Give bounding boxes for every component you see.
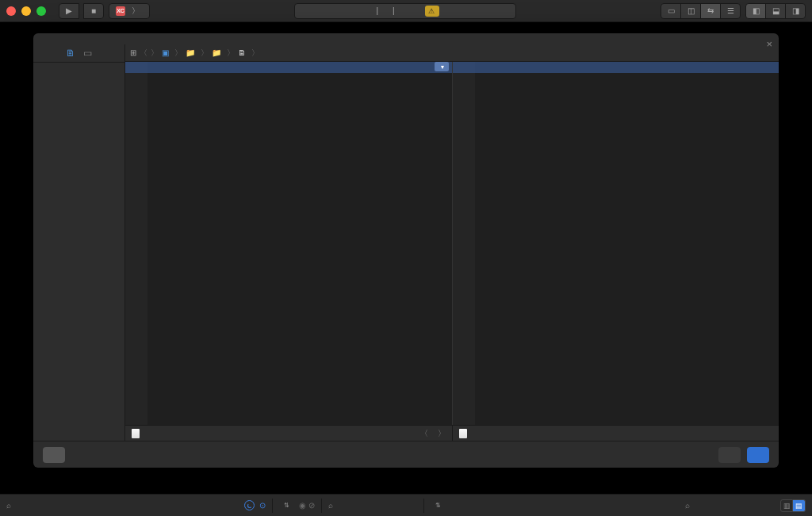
minimize-window-icon[interactable] <box>21 6 31 16</box>
scheme-selector[interactable]: XC 〉 <box>109 3 150 19</box>
left-footer: 〈 〉 <box>125 426 452 441</box>
close-icon[interactable]: × <box>766 38 772 50</box>
save-button[interactable] <box>747 447 769 463</box>
variables-pane-toggle[interactable]: ▥ <box>780 499 793 512</box>
editor-mode-segment: ▭ ◫ ⇆ ☰ <box>661 3 741 19</box>
activity-view: | | ⚠ <box>155 3 656 19</box>
console-pane-toggle-on[interactable]: ▤ <box>793 499 806 512</box>
diff-area: ⊞ 〈 〉 ▣ 〉 📁 〉 📁 〉 🗎 〉 ▼ <box>125 44 779 441</box>
toggle-navigator-button[interactable]: ◧ <box>745 3 766 19</box>
cancel-button[interactable] <box>43 447 65 463</box>
chevron-right-icon: 〉 <box>132 6 140 17</box>
next-diff-icon[interactable]: 〉 <box>438 428 446 439</box>
status-pill[interactable]: | | ⚠ <box>294 3 516 19</box>
previous-button[interactable] <box>718 447 741 463</box>
file-list <box>33 63 124 441</box>
diff-footer-bar: 〈 〉 <box>125 425 779 441</box>
toggle-inspector-button[interactable]: ◨ <box>785 3 806 19</box>
version-editor-button[interactable]: ⇆ <box>700 3 721 19</box>
run-button[interactable]: ▶ <box>59 3 79 19</box>
prev-diff-icon[interactable]: 〈 <box>420 428 428 439</box>
sheet-footer <box>33 441 779 468</box>
file-icon <box>459 429 467 438</box>
jump-bar[interactable]: ⊞ 〈 〉 ▣ 〉 📁 〉 📁 〉 🗎 〉 <box>125 44 779 62</box>
window-controls <box>6 6 46 16</box>
forward-icon[interactable]: 〉 <box>151 48 159 59</box>
standard-editor-button[interactable]: ▭ <box>661 3 681 19</box>
review-editor-button[interactable]: ☰ <box>720 3 741 19</box>
diff-stepper: 〈 〉 <box>420 428 446 439</box>
target-icon: XC <box>116 6 125 16</box>
panel-toggle-segment: ◧ ⬓ ◨ <box>745 3 806 19</box>
diff-count-badge[interactable]: ▼ <box>435 62 449 71</box>
left-pane: ▼ <box>125 62 452 425</box>
sidebar-tabs: 🗎 ▭ <box>33 44 124 63</box>
console-pane-toggle: ▥ ▤ <box>780 499 806 512</box>
main-toolbar: ▶ ■ XC 〉 | | ⚠ ▭ ◫ ⇆ ☰ ◧ ⬓ ◨ <box>0 0 812 22</box>
close-window-icon[interactable] <box>6 6 16 16</box>
warning-badge[interactable]: ⚠ <box>425 6 439 17</box>
hierarchy-icon[interactable]: ▭ <box>83 48 92 59</box>
file-icon <box>132 429 140 438</box>
line-gutter-right <box>453 62 475 425</box>
sheet-backdrop: × 🗎 ▭ ⊞ 〈 〉 ▣ 〉 📁 〉 📁 <box>0 22 812 494</box>
code-right[interactable] <box>475 62 779 425</box>
assistant-editor-button[interactable]: ◫ <box>680 3 701 19</box>
filter-icon[interactable]: ⌕ <box>685 501 690 510</box>
right-footer <box>452 426 779 441</box>
right-pane <box>452 62 779 425</box>
review-changes-sheet: × 🗎 ▭ ⊞ 〈 〉 ▣ 〉 📁 〉 📁 <box>33 33 779 468</box>
activity-ring-icon <box>244 500 255 510</box>
toggle-debug-button[interactable]: ⬓ <box>765 3 786 19</box>
code-left[interactable] <box>147 62 452 425</box>
right-filter-input[interactable] <box>695 501 774 510</box>
toolbar-right-group: ▭ ◫ ⇆ ☰ ◧ ⬓ ◨ <box>661 3 806 19</box>
file-sidebar: 🗎 ▭ <box>33 44 125 441</box>
filter-icon[interactable]: ⌕ <box>328 501 333 510</box>
console-filter-input[interactable] <box>338 501 417 510</box>
debug-bar: ⌕ ⊙ ⇅ ◉ ⊘ ⌕ ⇅ ⌕ ▥ ▤ <box>0 494 812 516</box>
line-gutter-left <box>125 62 147 425</box>
back-icon[interactable]: 〈 <box>140 48 147 59</box>
diff-panes: ▼ <box>125 62 779 425</box>
sheet-title <box>33 33 779 44</box>
filter-icon[interactable]: ⌕ <box>6 501 11 510</box>
variables-filter-input[interactable] <box>16 501 95 510</box>
flat-list-icon[interactable]: 🗎 <box>66 48 75 59</box>
stop-button[interactable]: ■ <box>83 3 104 19</box>
related-items-icon[interactable]: ⊞ <box>130 48 136 57</box>
zoom-window-icon[interactable] <box>36 6 46 16</box>
